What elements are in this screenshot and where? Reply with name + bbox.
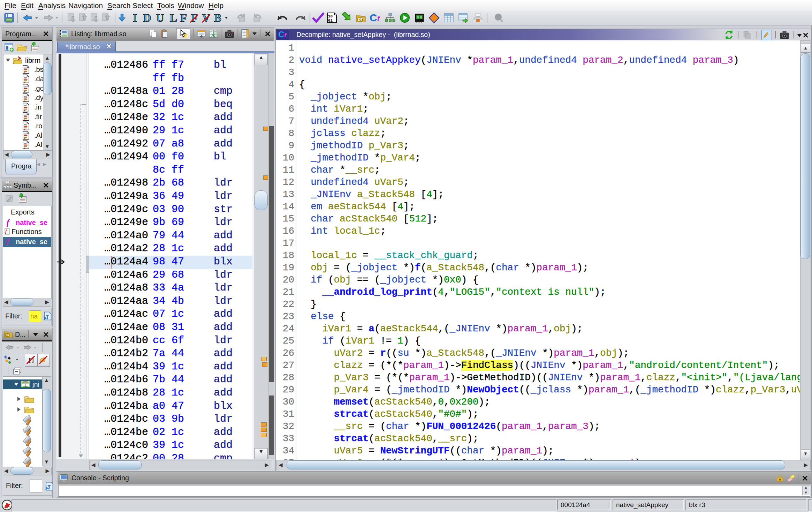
svg-text:10: 10 [328, 14, 333, 18]
svg-text:[]: [] [28, 358, 35, 363]
svg-text:DT: DT [358, 18, 363, 22]
svg-text:DT: DT [6, 334, 9, 337]
svg-text:01: 01 [328, 18, 333, 23]
